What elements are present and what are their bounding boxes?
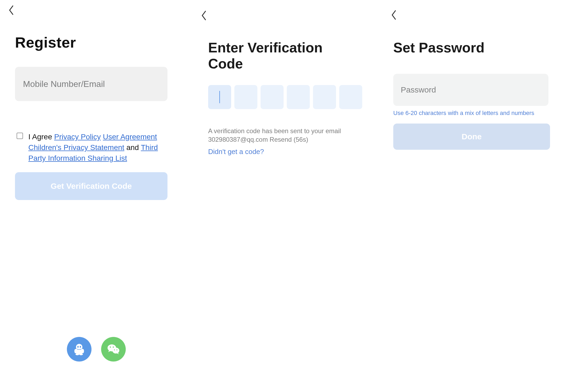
consent-prefix: I Agree (28, 133, 54, 141)
password-field[interactable]: Password (393, 74, 548, 106)
agree-checkbox[interactable] (17, 133, 23, 139)
link-children-privacy[interactable]: Children's Privacy Statement (28, 143, 124, 152)
svg-point-12 (114, 349, 115, 351)
sent-line1: A verification code has been sent to you… (208, 127, 341, 134)
svg-point-11 (113, 347, 114, 348)
verification-screen: Enter Verification Code A verification c… (193, 0, 385, 392)
done-button[interactable]: Done (393, 124, 550, 150)
code-digit-2[interactable] (234, 85, 257, 109)
svg-point-5 (79, 353, 83, 355)
back-button[interactable] (196, 8, 211, 23)
back-button[interactable] (386, 7, 401, 22)
svg-point-7 (80, 346, 81, 348)
page-title: Enter Verification Code (208, 40, 358, 72)
qq-icon (72, 343, 86, 356)
svg-point-13 (116, 349, 117, 351)
code-digit-3[interactable] (261, 85, 284, 109)
wechat-login-button[interactable] (101, 337, 126, 362)
code-digit-1[interactable] (208, 85, 231, 109)
code-digit-6[interactable] (339, 85, 362, 109)
chevron-left-icon (390, 10, 397, 20)
set-password-screen: Set Password Password Use 6-20 character… (383, 0, 580, 392)
password-hint: Use 6-20 characters with a mix of letter… (393, 110, 559, 117)
text-caret (219, 91, 220, 103)
code-digit-4[interactable] (287, 85, 310, 109)
page-title: Register (15, 34, 76, 51)
get-code-button[interactable]: Get Verification Code (15, 172, 167, 200)
social-login-row (0, 337, 193, 362)
svg-point-10 (110, 347, 111, 348)
chevron-left-icon (200, 10, 207, 21)
register-screen: Register Mobile Number/Email I Agree Pri… (0, 0, 193, 392)
svg-point-6 (77, 346, 79, 348)
qq-login-button[interactable] (67, 337, 91, 362)
page-title: Set Password (393, 40, 484, 56)
link-user-agreement[interactable]: User Agreement (103, 133, 157, 141)
code-sent-message: A verification code has been sent to you… (208, 127, 358, 144)
wechat-icon (106, 342, 121, 356)
mobile-email-field[interactable]: Mobile Number/Email (15, 67, 167, 101)
consent-row: I Agree Privacy Policy User Agreement Ch… (17, 132, 167, 164)
svg-point-9 (112, 348, 119, 353)
back-button[interactable] (4, 3, 19, 18)
code-digit-5[interactable] (313, 85, 336, 109)
consent-joiner: and (124, 143, 141, 152)
didnt-get-code-link[interactable]: Didn't get a code? (208, 148, 264, 156)
svg-point-4 (75, 353, 79, 355)
consent-text: I Agree Privacy Policy User Agreement Ch… (28, 132, 167, 164)
chevron-left-icon (8, 5, 15, 16)
input-placeholder: Mobile Number/Email (23, 79, 105, 89)
svg-point-2 (74, 349, 77, 353)
link-privacy-policy[interactable]: Privacy Policy (54, 133, 101, 141)
code-input-row (208, 85, 362, 109)
input-placeholder: Password (401, 85, 436, 94)
sent-line2: 302980387@qq.com Resend (56s) (208, 136, 308, 143)
svg-point-3 (82, 349, 84, 353)
